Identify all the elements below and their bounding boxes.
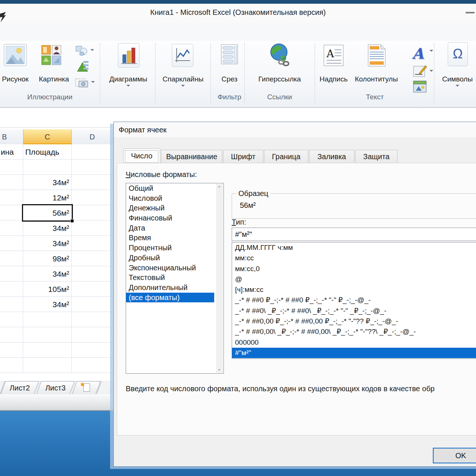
slicer-icon[interactable] — [221, 44, 238, 66]
cell[interactable] — [0, 282, 23, 297]
list-item[interactable]: Дробный — [126, 253, 214, 263]
textbox-button[interactable]: Надпись — [319, 75, 348, 83]
list-item[interactable]: Общий — [126, 183, 214, 193]
scroll-up-icon[interactable]: ⌃ — [217, 185, 221, 191]
shapes-dropdown-icon[interactable] — [90, 49, 94, 51]
list-item[interactable]: Время — [126, 233, 214, 243]
hyperlink-icon[interactable] — [268, 42, 291, 67]
screenshot-dropdown-icon[interactable] — [91, 81, 95, 83]
sheet-tab-list3[interactable]: Лист3 — [36, 381, 74, 395]
cell[interactable]: 34м² — [23, 175, 72, 190]
dialog-tab-alignment[interactable]: Выравнивание — [161, 150, 222, 163]
sparklines-button[interactable]: Спарклайны — [163, 75, 203, 83]
cell[interactable]: 34м² — [23, 221, 72, 236]
signature-line-icon[interactable] — [413, 64, 428, 79]
format-code-list[interactable]: ДД.ММ.ГГГГ ч:мм мм:сс мм:сс,0 @ [ч]:мм:с… — [232, 242, 476, 359]
status-scroll-strip[interactable] — [0, 394, 113, 411]
signature-dropdown-icon[interactable] — [430, 70, 433, 72]
list-item[interactable]: Дополнительный — [126, 283, 214, 293]
cell[interactable] — [72, 221, 113, 236]
cell[interactable] — [72, 190, 113, 205]
sheet-tab-list2[interactable]: Лист2 — [0, 381, 39, 395]
cell[interactable]: 105м² — [23, 282, 72, 297]
column-header-d[interactable]: D — [72, 129, 113, 144]
dialog-tab-fill[interactable]: Заливка — [309, 150, 354, 163]
list-item[interactable]: Процентный — [126, 243, 214, 253]
cell[interactable]: 34м² — [23, 266, 72, 282]
list-item-selected[interactable]: (все форматы) — [126, 293, 214, 303]
symbols-dropdown-icon[interactable] — [456, 85, 459, 87]
list-item[interactable]: [ч]:мм:сс — [232, 284, 476, 295]
ok-button[interactable]: OK — [433, 448, 476, 463]
fill-handle[interactable] — [70, 219, 74, 223]
cell[interactable] — [0, 251, 23, 266]
picture-icon[interactable] — [4, 44, 27, 66]
list-item[interactable]: Дата — [126, 223, 214, 233]
cell[interactable] — [0, 358, 23, 373]
list-item[interactable]: ДД.ММ.ГГГГ ч:мм — [232, 242, 476, 253]
list-item[interactable]: мм:сс,0 — [232, 264, 476, 274]
clipart-icon[interactable] — [41, 44, 62, 66]
list-item[interactable]: Экспоненциальный — [126, 263, 214, 273]
dialog-tab-border[interactable]: Граница — [264, 150, 308, 163]
column-header-b[interactable]: B — [0, 129, 24, 144]
number-format-category-list[interactable]: Общий Числовой Денежный Финансовый Дата … — [126, 183, 224, 374]
cell[interactable]: 34м² — [23, 236, 72, 251]
list-item[interactable]: @ — [232, 274, 476, 284]
headerfooter-button[interactable]: Колонтитулы — [355, 75, 398, 83]
list-item-selected[interactable]: #"м²" — [232, 348, 476, 358]
wordart-icon[interactable]: A — [412, 45, 424, 62]
slicer-button[interactable]: Срез — [221, 75, 237, 83]
list-item[interactable]: мм:сс — [232, 253, 476, 263]
cell[interactable] — [0, 236, 23, 251]
cell[interactable] — [72, 160, 113, 175]
column-header-c[interactable]: C — [23, 129, 72, 144]
cell[interactable] — [72, 282, 113, 297]
charts-icon[interactable] — [118, 43, 139, 68]
cell[interactable] — [72, 358, 113, 373]
cell[interactable] — [23, 342, 72, 358]
cell[interactable] — [23, 327, 72, 342]
wordart-dropdown-icon[interactable] — [430, 50, 433, 52]
cell[interactable] — [72, 312, 113, 327]
cell[interactable] — [0, 160, 23, 175]
list-item[interactable]: Денежный — [126, 203, 214, 213]
textbox-icon[interactable]: A — [324, 45, 344, 66]
list-item[interactable]: _-* # ##0,00 ₽_-;-* # ##0,00 ₽_-;_-* "-"… — [232, 316, 476, 327]
list-item[interactable]: _-* # ##0 ₽_-;-* # ##0 ₽_-;_-* "-" ₽_-;_… — [232, 295, 476, 305]
picture-button[interactable]: Рисунок — [2, 75, 29, 83]
cell[interactable] — [72, 327, 113, 342]
cell[interactable] — [72, 251, 113, 266]
cell[interactable] — [0, 205, 23, 221]
sparklines-dropdown-icon[interactable] — [181, 85, 185, 87]
cell[interactable] — [72, 144, 113, 160]
type-input[interactable]: #"м²" — [232, 228, 476, 241]
headerfooter-icon[interactable] — [367, 44, 386, 67]
dialog-tab-font[interactable]: Шрифт — [223, 150, 263, 163]
list-item[interactable]: _-* # ##0\ _₽_-;-* # ##0\ _₽_-;_-* "-" _… — [232, 306, 476, 316]
dialog-tab-number[interactable]: Число — [123, 148, 160, 164]
cell[interactable]: Площадь — [23, 144, 72, 160]
cell[interactable] — [0, 221, 23, 236]
hyperlink-button[interactable]: Гиперссылка — [258, 75, 301, 83]
shapes-icon[interactable] — [75, 45, 89, 57]
cell[interactable] — [0, 297, 23, 312]
charts-button[interactable]: Диаграммы — [109, 75, 147, 83]
cell[interactable]: ина — [0, 144, 23, 160]
cell[interactable] — [0, 175, 23, 190]
cell[interactable] — [72, 342, 113, 358]
cell[interactable]: 34м² — [23, 297, 72, 312]
charts-dropdown-icon[interactable] — [126, 85, 130, 87]
cell[interactable]: 12м² — [23, 190, 72, 205]
sparklines-icon[interactable] — [172, 44, 193, 67]
cell[interactable] — [72, 297, 113, 312]
cell[interactable] — [0, 190, 23, 205]
cell[interactable] — [0, 312, 23, 327]
minimize-icon[interactable] — [466, 12, 475, 13]
cell[interactable]: 98м² — [23, 251, 72, 266]
list-item[interactable]: Числовой — [126, 193, 214, 203]
cell[interactable] — [23, 312, 72, 327]
list-item[interactable]: Финансовый — [126, 213, 214, 223]
cell[interactable] — [23, 358, 72, 373]
cell[interactable] — [72, 175, 113, 190]
